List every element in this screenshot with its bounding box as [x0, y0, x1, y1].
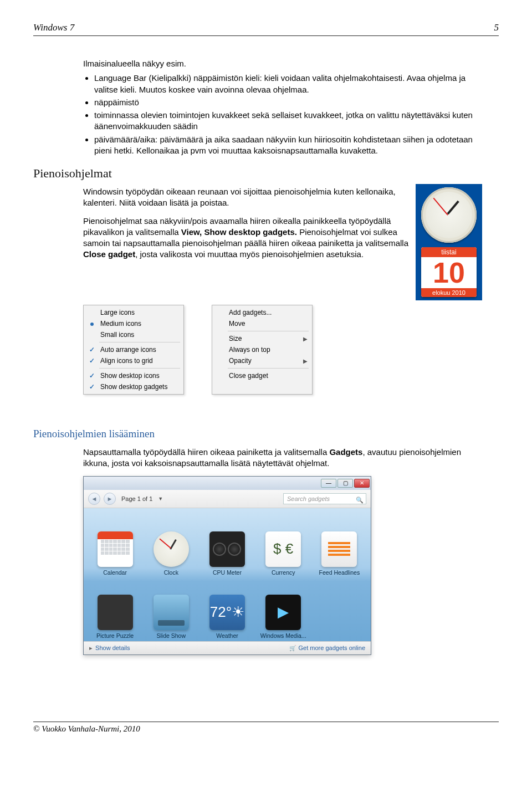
calendar-weekday: tiistai — [421, 247, 477, 257]
gadget-window-footer: Show details Get more gadgets online — [84, 641, 371, 654]
menu-item-size[interactable]: Size▶ — [212, 333, 312, 344]
close-button[interactable]: ✕ — [354, 479, 370, 488]
header-title: Windows 7 — [33, 22, 74, 33]
gadget-weather[interactable]: 72°☀ Weather — [200, 578, 254, 639]
cpu-meter-icon — [209, 531, 245, 567]
paragraph: Windowsin työpöydän oikeaan reunaan voi … — [83, 186, 410, 209]
menu-separator — [99, 342, 180, 342]
gadget-picture-puzzle[interactable]: Picture Puzzle — [88, 578, 142, 639]
gadget-currency[interactable]: $ € Currency — [257, 515, 310, 576]
gadget-cpu-meter[interactable]: CPU Meter — [200, 515, 254, 576]
paragraph: Pienoisohjelmat saa näkyviin/pois avaama… — [83, 216, 410, 260]
view-context-menu: Large icons Medium icons Small icons ✓Au… — [83, 305, 184, 395]
calendar-day: 10 — [421, 257, 477, 288]
maximize-button[interactable]: ▢ — [337, 479, 353, 488]
menu-item-medium-icons[interactable]: Medium icons — [84, 318, 183, 329]
paragraph: Napsauttamalla työpöydällä hiiren oikeaa… — [83, 447, 477, 469]
menu-separator — [99, 368, 180, 369]
calendar-icon — [98, 531, 133, 567]
menu-item-always-on-top[interactable]: Always on top — [212, 344, 312, 355]
nav-forward-button[interactable]: ► — [104, 493, 116, 505]
submenu-arrow-icon: ▶ — [303, 336, 308, 342]
nav-back-button[interactable]: ◄ — [88, 493, 100, 505]
list-item: toiminnassa olevien toimintojen kuvakkee… — [94, 110, 477, 132]
section2-content: Napsauttamalla työpöydällä hiiren oikeaa… — [83, 447, 477, 469]
intro-block: Ilmaisinalueella näkyy esim. Language Ba… — [83, 58, 477, 156]
gadget-calendar[interactable]: Calendar — [88, 515, 142, 576]
gadget-windows-media[interactable]: ▶ Windows Media... — [257, 578, 310, 639]
footer-rule — [33, 722, 499, 722]
menu-item-large-icons[interactable]: Large icons — [84, 307, 183, 318]
menu-item-auto-arrange[interactable]: ✓Auto arrange icons — [84, 344, 183, 355]
minimize-button[interactable]: — — [321, 479, 336, 488]
list-item: päivämäärä/aika: päivämäärä ja aika saad… — [94, 134, 477, 157]
weather-icon: 72°☀ — [209, 595, 245, 630]
dropdown-icon[interactable]: ▼ — [158, 496, 163, 502]
list-item: Language Bar (Kielipalkki) näppäimistön … — [94, 73, 477, 95]
search-input[interactable]: Search gadgets — [283, 493, 366, 504]
menu-item-move[interactable]: Move — [212, 318, 312, 329]
toolbar: ◄ ► Page 1 of 1 ▼ Search gadgets — [84, 490, 371, 508]
calendar-gadget-icon: tiistai 10 elokuu 2010 — [421, 247, 477, 297]
intro-list: Language Bar (Kielipalkki) näppäimistön … — [83, 73, 477, 156]
menu-item-close-gadget[interactable]: Close gadget — [212, 370, 312, 381]
gadget-slide-show[interactable]: Slide Show — [144, 578, 198, 639]
menu-item-opacity[interactable]: Opacity▶ — [212, 355, 312, 366]
titlebar: — ▢ ✕ — [84, 477, 371, 490]
intro-lead: Ilmaisinalueella näkyy esim. — [83, 58, 477, 69]
menu-separator — [228, 368, 309, 369]
menu-item-add-gadgets[interactable]: Add gadgets... — [212, 307, 312, 318]
clock-icon — [154, 531, 189, 567]
gadget-grid: Calendar Clock CPU Meter $ € Currency Fe… — [84, 508, 371, 641]
menu-item-align-grid[interactable]: ✓Align icons to grid — [84, 355, 183, 366]
section-title-pienoisohjelmat: Pienoisohjelmat — [33, 166, 499, 181]
desktop-gadgets-preview: tiistai 10 elokuu 2010 — [416, 184, 482, 300]
section1-content: Windowsin työpöydän oikeaan reunaan voi … — [83, 186, 410, 260]
currency-icon: $ € — [265, 531, 301, 567]
get-more-gadgets-link[interactable]: Get more gadgets online — [289, 645, 365, 651]
copyright: © Vuokko Vanhala-Nurmi, 2010 — [33, 724, 499, 734]
feed-icon — [321, 531, 357, 567]
gadget-context-menu: Add gadgets... Move Size▶ Always on top … — [212, 305, 313, 395]
gadget-feed-headlines[interactable]: Feed Headlines — [313, 515, 366, 576]
page-number: 5 — [494, 22, 499, 33]
page-indicator: Page 1 of 1 — [121, 495, 152, 502]
menu-separator — [228, 331, 309, 331]
header-rule — [33, 35, 499, 36]
calendar-month: elokuu 2010 — [421, 288, 477, 297]
menu-item-show-desktop-icons[interactable]: ✓Show desktop icons — [84, 370, 183, 381]
gadget-clock[interactable]: Clock — [144, 515, 198, 576]
menu-item-show-desktop-gadgets[interactable]: ✓Show desktop gadgets — [84, 381, 183, 392]
menu-item-small-icons[interactable]: Small icons — [84, 329, 183, 340]
submenu-arrow-icon: ▶ — [303, 358, 308, 364]
subheading-add-gadgets: Pienoisohjelmien lisääminen — [33, 428, 499, 440]
gadget-gallery-window: — ▢ ✕ ◄ ► Page 1 of 1 ▼ Search gadgets C… — [83, 476, 371, 655]
show-details-link[interactable]: Show details — [89, 645, 130, 652]
puzzle-icon — [98, 595, 133, 630]
slideshow-icon — [154, 595, 189, 630]
list-item: näppäimistö — [94, 97, 477, 108]
clock-gadget-icon — [421, 187, 477, 243]
wmp-icon: ▶ — [265, 595, 301, 630]
